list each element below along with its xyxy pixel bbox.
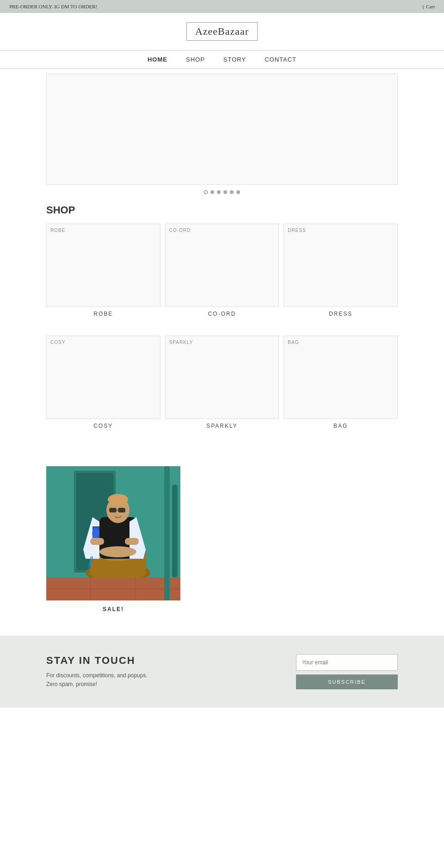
subscribe-button[interactable]: SUBSCRIBE [296,674,398,689]
svg-rect-17 [109,508,117,512]
svg-rect-27 [172,485,178,577]
product-card-dress[interactable]: DRESS DRESS [284,224,398,326]
sale-section: SALE! [0,457,444,622]
subscribe-section: STAY IN TOUCH For discounts, competition… [0,636,444,708]
product-image-coord: CO-ORD [165,224,279,307]
product-card-robe[interactable]: ROBE ROBE [46,224,160,326]
product-name-coord: CO-ORD [165,311,279,317]
nav-home[interactable]: HOME [148,56,167,63]
product-image-robe: ROBE [46,224,160,307]
slideshow-dots [0,185,444,200]
product-overlay-sparkly: SPARKLY [169,340,193,345]
dot-1[interactable] [204,190,208,194]
dot-5[interactable] [230,190,234,194]
product-grid-row2: COSY COSY SPARKLY SPARKLY BAG BAG [46,336,398,438]
product-card-cosy[interactable]: COSY COSY [46,336,160,438]
cart-button[interactable]: ( Cart [422,4,435,9]
stay-desc-line2: Zero spam, promise! [46,681,97,687]
nav-story[interactable]: STORY [223,56,246,63]
product-image-cosy: COSY [46,336,160,419]
main-nav: HOME SHOP STORY CONTACT [0,50,444,69]
shop-title: SHOP [46,204,398,216]
sale-label: SALE! [46,606,180,612]
dot-3[interactable] [217,190,221,194]
svg-rect-18 [118,508,125,512]
product-name-cosy: COSY [46,423,160,429]
email-input[interactable] [296,654,398,671]
subscribe-right: SUBSCRIBE [296,654,398,689]
svg-rect-12 [90,538,104,545]
header: AzeeBazaar [0,13,444,45]
stay-in-touch-desc: For discounts, competitions, and popups.… [46,671,148,689]
product-overlay-bag: BAG [288,340,299,345]
product-image-dress: DRESS [284,224,398,307]
nav-shop[interactable]: SHOP [186,56,205,63]
svg-rect-13 [125,538,139,545]
stay-desc-line1: For discounts, competitions, and popups. [46,672,148,679]
subscribe-left: STAY IN TOUCH For discounts, competition… [46,655,148,689]
product-name-robe: ROBE [46,311,160,317]
product-name-dress: DRESS [284,311,398,317]
product-overlay-robe: ROBE [50,228,65,233]
product-grid-row1: ROBE ROBE CO-ORD CO-ORD DRESS DRESS [46,224,398,326]
product-card-sparkly[interactable]: SPARKLY SPARKLY [165,336,279,438]
nav-contact[interactable]: CONTACT [265,56,296,63]
dot-4[interactable] [223,190,227,194]
product-card-coord[interactable]: CO-ORD CO-ORD [165,224,279,326]
shop-section: SHOP ROBE ROBE CO-ORD CO-ORD DRESS DRESS… [0,200,444,457]
product-image-bag: BAG [284,336,398,419]
sale-image [46,466,180,600]
product-overlay-cosy: COSY [50,340,65,345]
product-card-bag[interactable]: BAG BAG [284,336,398,438]
dot-2[interactable] [210,190,214,194]
product-overlay-coord: CO-ORD [169,228,191,233]
product-image-sparkly: SPARKLY [165,336,279,419]
logo[interactable]: AzeeBazaar [186,22,258,41]
svg-point-16 [108,494,128,505]
cart-icon: ( [422,4,424,9]
cart-label: Cart [426,4,435,9]
sale-image-container[interactable]: SALE! [46,466,180,612]
product-name-sparkly: SPARKLY [165,423,279,429]
slideshow [46,74,398,185]
stay-in-touch-title: STAY IN TOUCH [46,655,148,667]
top-bar: PRE-ORDER ONLY. IG DM TO ORDER! ( Cart [0,0,444,13]
svg-rect-26 [164,466,170,600]
dot-6[interactable] [236,190,240,194]
top-bar-message: PRE-ORDER ONLY. IG DM TO ORDER! [9,4,97,9]
svg-point-14 [99,546,136,557]
svg-point-11 [92,528,99,539]
product-name-bag: BAG [284,423,398,429]
product-overlay-dress: DRESS [288,228,306,233]
